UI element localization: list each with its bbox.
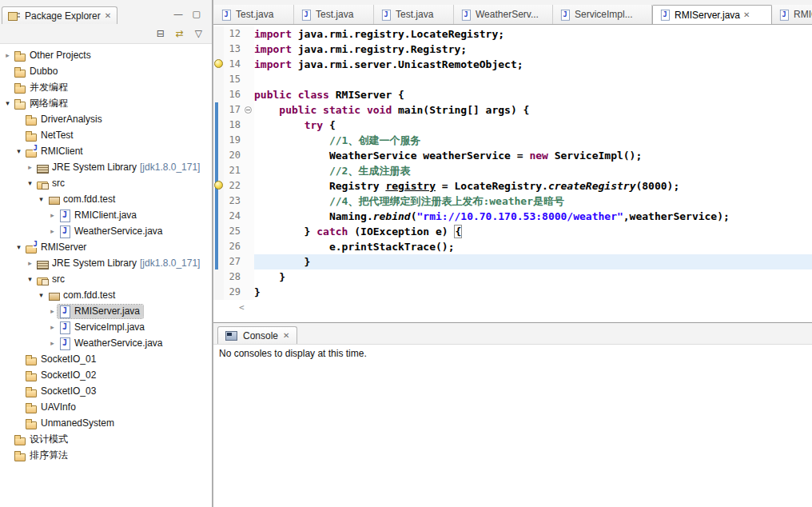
code-line[interactable]: 20 WeatherService weatherService = new S… [213,148,812,163]
code-line[interactable]: 29} [213,285,812,300]
tree-item[interactable]: 排序算法 [0,447,212,463]
tree-item[interactable]: SocketIO_01 [0,351,212,367]
expander-icon[interactable]: ▾ [14,243,24,251]
code-text[interactable]: import java.rmi.registry.Registry; [254,42,812,57]
code-line[interactable]: 22 Registry registry = LocateRegistry.cr… [213,178,812,194]
code-line[interactable]: 14import java.rmi.server.UnicastRemoteOb… [213,57,812,72]
close-icon[interactable]: ✕ [743,11,750,19]
expander-icon[interactable]: ▾ [25,275,35,283]
code-line[interactable]: 26 e.printStackTrace(); [213,239,812,254]
expander-icon[interactable]: ▾ [36,195,46,203]
tree-item[interactable]: DriverAnalysis [0,111,212,127]
expander-icon[interactable]: ▾ [2,99,13,107]
tree-item[interactable]: Dubbo [0,63,212,79]
expander-icon[interactable]: ▸ [2,51,13,59]
tree-item[interactable]: ▾src [0,175,212,191]
tree-item[interactable]: ▾com.fdd.test [0,191,212,207]
code-line[interactable]: 27 } [213,254,812,269]
expander-icon[interactable]: ▾ [14,147,24,155]
code-text[interactable] [254,72,812,87]
tree-item[interactable]: SocketIO_02 [0,367,212,383]
code-text[interactable]: //1、创建一个服务 [254,133,812,148]
tree-item[interactable]: UnmanedSystem [0,415,212,431]
code-line[interactable]: 24 Naming.rebind("rmi://10.70.170.53:800… [213,209,812,224]
minimize-icon[interactable]: — [174,9,183,19]
scroll-left-icon[interactable]: < [239,302,245,313]
code-text[interactable]: //2、生成注册表 [254,163,812,178]
tree-item[interactable]: ▸WeatherService.java [0,223,212,239]
console-tab[interactable]: Console ✕ [217,326,297,344]
tree-item[interactable]: ▾com.fdd.test [0,287,212,303]
code-line[interactable]: 25 } catch (IOException e) { [213,224,812,239]
close-icon[interactable]: ✕ [105,12,111,20]
code-text[interactable]: public static void main(String[] args) { [254,102,812,118]
tree-item[interactable]: NetTest [0,127,212,143]
tree-item[interactable]: ▾src [0,271,212,287]
tree-item[interactable]: ▸RMIServer.java [0,303,212,319]
code-line[interactable]: 18 try { [213,118,812,133]
code-text[interactable]: } [254,285,812,300]
code-text[interactable]: } [254,254,812,269]
code-text[interactable]: Naming.rebind("rmi://10.70.170.53:8000/w… [254,209,812,224]
tree-item[interactable]: ▸JRE System Library [jdk1.8.0_171] [0,255,212,271]
tree-item[interactable]: UAVInfo [0,399,212,415]
view-menu-icon[interactable]: ▽ [195,29,202,38]
editor-tab[interactable]: Test.java [374,5,454,24]
expander-icon[interactable]: ▸ [47,307,58,315]
editor-tab[interactable]: ServiceImpl... [553,5,652,24]
code-line[interactable]: 15 [213,72,812,87]
tree-item[interactable]: ▸JRE System Library [jdk1.8.0_171] [0,159,212,175]
collapse-fold-icon[interactable] [245,106,252,114]
link-with-editor-icon[interactable]: ⇄ [176,29,184,38]
code-editor[interactable]: 12import java.rmi.registry.LocateRegistr… [213,25,812,322]
code-line[interactable]: 13import java.rmi.registry.Registry; [213,42,812,57]
expander-icon[interactable]: ▸ [25,163,35,171]
editor-tab[interactable]: Test.java [294,5,374,24]
package-explorer-view-tab[interactable]: Package Explorer ✕ [2,6,117,24]
warning-icon[interactable] [213,59,223,69]
expander-icon[interactable]: ▸ [47,323,58,331]
collapse-all-icon[interactable]: ⊟ [157,29,165,38]
editor-tab[interactable]: RMIC [772,5,812,24]
code-line[interactable]: 23 //4、把代理绑定到注册表上发布:weather是暗号 [213,194,812,209]
editor-tab[interactable]: RMIServer.java✕ [652,5,772,25]
tree-item[interactable]: 设计模式 [0,431,212,447]
code-line[interactable]: 21 //2、生成注册表 [213,163,812,178]
code-line[interactable]: 19 //1、创建一个服务 [213,133,812,148]
code-line[interactable]: 28 } [213,269,812,285]
expander-icon[interactable]: ▸ [47,227,58,235]
code-text[interactable]: } [254,269,812,285]
code-line[interactable]: 12import java.rmi.registry.LocateRegistr… [213,26,812,42]
tree-item[interactable]: 并发编程 [0,79,212,95]
tree-item[interactable]: SocketIO_03 [0,383,212,399]
code-text[interactable]: try { [254,118,812,133]
expander-icon[interactable]: ▾ [36,291,46,299]
warning-icon[interactable] [213,181,223,190]
tree-item[interactable]: ▾RMIClient [0,143,212,159]
editor-tab[interactable]: Test.java [214,5,294,24]
tree-item[interactable]: ▾网络编程 [0,95,212,111]
code-text[interactable]: Registry registry = LocateRegistry.creat… [254,178,812,194]
expander-icon[interactable]: ▸ [25,259,35,267]
code-text[interactable]: WeatherService weatherService = new Serv… [254,148,812,163]
code-text[interactable]: e.printStackTrace(); [254,239,812,254]
tree-item[interactable]: ▸RMIClient.java [0,207,212,223]
code-segment: //4、把代理绑定到注册表上发布:weather是暗号 [329,195,564,207]
maximize-icon[interactable]: ▢ [193,9,201,19]
code-line[interactable]: 16public class RMIServer { [213,87,812,102]
expander-icon[interactable]: ▸ [47,339,58,347]
tree-item[interactable]: ▸WeatherService.java [0,335,212,351]
code-text[interactable]: import java.rmi.registry.LocateRegistry; [254,26,812,42]
code-text[interactable]: public class RMIServer { [254,87,812,102]
code-text[interactable]: } catch (IOException e) { [254,224,812,239]
tree-item[interactable]: ▸Other Projects [0,47,212,63]
editor-tab[interactable]: WeatherServ... [454,5,553,24]
expander-icon[interactable]: ▸ [47,211,58,219]
tree-item[interactable]: ▾RMIServer [0,239,212,255]
close-icon[interactable]: ✕ [283,332,289,340]
tree-item[interactable]: ▸ServiceImpl.java [0,319,212,335]
code-text[interactable]: import java.rmi.server.UnicastRemoteObje… [254,57,812,72]
code-text[interactable]: //4、把代理绑定到注册表上发布:weather是暗号 [254,194,812,209]
code-line[interactable]: 17 public static void main(String[] args… [213,102,812,118]
expander-icon[interactable]: ▾ [25,179,35,187]
